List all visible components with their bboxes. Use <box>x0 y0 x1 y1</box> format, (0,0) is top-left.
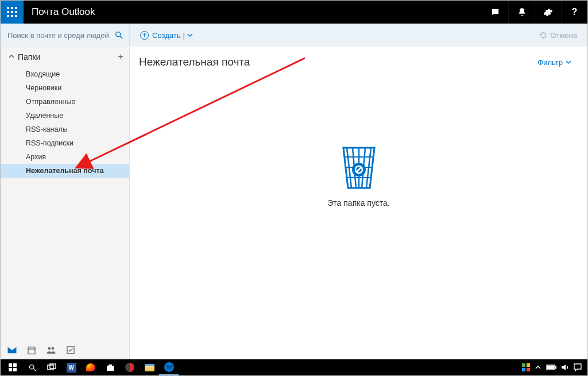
app-header: Почта Outlook ? <box>1 1 587 24</box>
main-content: Нежелательная почта Фильтр <box>130 47 587 359</box>
folder-list: Входящие Черновики Отправленные Удаленны… <box>1 67 129 178</box>
app-launcher-button[interactable] <box>1 1 24 24</box>
folder-item-archive[interactable]: Архив <box>1 150 129 164</box>
svg-line-1 <box>120 36 122 39</box>
taskbar-word-button[interactable]: W <box>61 359 81 375</box>
chevron-down-icon <box>566 59 571 65</box>
people-icon <box>46 346 56 355</box>
ccleaner-icon <box>125 363 134 372</box>
folder-item-deleted[interactable]: Удаленные <box>1 109 129 122</box>
waffle-icon <box>7 7 17 17</box>
search-icon <box>28 363 37 372</box>
svg-rect-23 <box>50 364 56 369</box>
app-title: Почта Outlook <box>32 6 482 18</box>
folders-label: Папки <box>18 52 118 62</box>
gear-icon <box>543 7 553 17</box>
folder-item-rss-subs[interactable]: RSS-подписки <box>1 136 129 150</box>
separator: | <box>183 31 184 40</box>
folder-item-drafts[interactable]: Черновики <box>1 81 129 95</box>
windows-taskbar: W <box>1 359 587 375</box>
sidebar: Папки + Входящие Черновики Отправленные … <box>1 47 130 359</box>
svg-rect-22 <box>48 365 53 370</box>
empty-state: Эта папка пуста. <box>130 144 587 208</box>
tasks-icon <box>66 346 75 355</box>
search-input[interactable] <box>7 31 114 40</box>
empty-trash-icon <box>340 144 378 190</box>
battery-icon[interactable] <box>546 365 556 370</box>
svg-rect-29 <box>555 366 556 369</box>
windows-icon <box>9 363 17 371</box>
svg-point-0 <box>116 32 121 37</box>
chevron-up-icon <box>9 53 14 61</box>
folder-item-rss-channels[interactable]: RSS-каналы <box>1 122 129 136</box>
create-button[interactable]: + Создать | <box>140 31 193 40</box>
create-label: Создать <box>152 31 180 40</box>
taskbar-search-button[interactable] <box>22 359 42 375</box>
undo-button[interactable]: Отмена <box>539 31 577 40</box>
plus-circle-icon: + <box>140 31 149 40</box>
action-center-icon[interactable] <box>574 363 582 371</box>
security-icon[interactable] <box>522 363 530 371</box>
page-title: Нежелательная почта <box>139 56 250 68</box>
nav-people-button[interactable] <box>45 344 57 356</box>
svg-rect-17 <box>13 363 17 367</box>
folder-item-sent[interactable]: Отправленные <box>1 95 129 109</box>
chevron-down-icon[interactable] <box>187 32 193 38</box>
folder-item-inbox[interactable]: Входящие <box>1 67 129 81</box>
folder-item-junk[interactable]: Нежелательная почта <box>1 164 129 178</box>
chat-button[interactable] <box>482 1 508 24</box>
filter-button[interactable]: Фильтр <box>537 58 571 67</box>
task-view-icon <box>47 363 56 371</box>
empty-message: Эта папка пуста. <box>327 198 389 208</box>
calendar-icon <box>27 346 36 355</box>
word-icon: W <box>67 363 76 373</box>
edge-icon <box>164 362 174 372</box>
search-box[interactable] <box>1 24 130 47</box>
add-folder-button[interactable]: + <box>118 51 123 63</box>
svg-rect-18 <box>9 368 12 371</box>
mail-icon <box>7 346 17 354</box>
svg-rect-24 <box>522 363 525 367</box>
search-icon[interactable] <box>114 30 123 40</box>
undo-label: Отмена <box>550 31 577 40</box>
svg-rect-27 <box>527 368 530 371</box>
sidebar-bottom-nav <box>1 341 129 359</box>
bell-icon <box>517 7 527 17</box>
task-view-button[interactable] <box>42 359 61 375</box>
filter-label: Фильтр <box>537 58 563 67</box>
tray-chevron-icon[interactable] <box>535 364 541 371</box>
svg-rect-26 <box>522 368 525 371</box>
svg-rect-25 <box>527 363 530 367</box>
help-icon: ? <box>572 7 578 17</box>
svg-line-21 <box>33 369 36 371</box>
toolbar: + Создать | Отмена <box>1 24 587 47</box>
taskbar-tray <box>522 363 587 371</box>
settings-button[interactable] <box>535 1 561 24</box>
taskbar-explorer-button[interactable] <box>140 359 159 375</box>
folder-icon <box>145 364 154 371</box>
nav-calendar-button[interactable] <box>26 344 37 356</box>
svg-point-20 <box>29 365 34 369</box>
svg-rect-16 <box>9 363 12 367</box>
volume-icon[interactable] <box>561 363 569 371</box>
taskbar-edge-button[interactable] <box>159 359 179 375</box>
notifications-button[interactable] <box>508 1 535 24</box>
undo-icon <box>539 31 547 39</box>
action-bar: + Создать | Отмена <box>130 24 587 47</box>
taskbar-paint-button[interactable] <box>81 359 100 375</box>
taskbar-store-button[interactable] <box>100 359 120 375</box>
paint-icon <box>86 363 95 371</box>
chat-icon <box>490 7 500 17</box>
taskbar-ccleaner-button[interactable] <box>120 359 140 375</box>
help-button[interactable]: ? <box>561 1 587 24</box>
nav-tasks-button[interactable] <box>65 344 76 356</box>
svg-rect-30 <box>548 366 554 369</box>
store-icon <box>106 363 115 372</box>
svg-rect-19 <box>13 368 17 371</box>
svg-point-2 <box>48 347 51 350</box>
nav-mail-button[interactable] <box>6 344 18 356</box>
folders-header[interactable]: Папки + <box>1 47 129 67</box>
svg-point-3 <box>52 347 55 350</box>
start-button[interactable] <box>3 359 22 375</box>
